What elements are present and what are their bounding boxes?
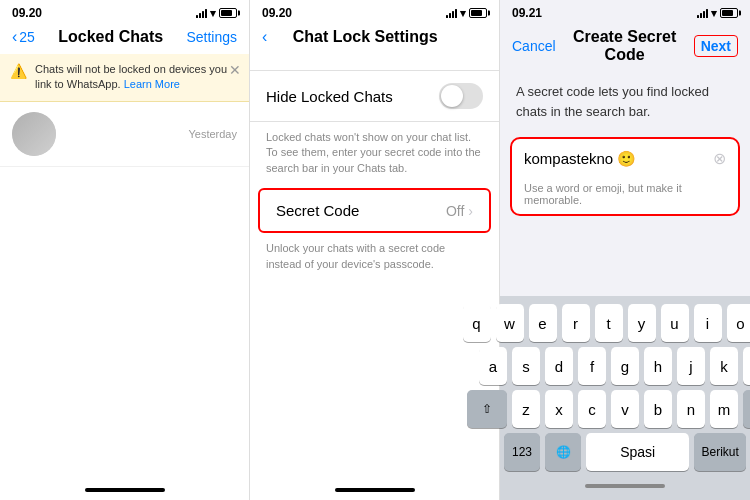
warning-icon: ⚠️ xyxy=(10,63,27,79)
secret-code-off: Off xyxy=(446,203,464,219)
key-h[interactable]: h xyxy=(644,347,672,385)
home-bar-3 xyxy=(504,476,746,496)
key-f[interactable]: f xyxy=(578,347,606,385)
hide-locked-chats-section: Hide Locked Chats Locked chats won't sho… xyxy=(250,70,499,188)
key-e[interactable]: e xyxy=(529,304,557,342)
key-q[interactable]: q xyxy=(463,304,491,342)
warning-text: Chats will not be locked on devices you … xyxy=(35,62,239,93)
hide-locked-chats-row[interactable]: Hide Locked Chats xyxy=(250,70,499,122)
cancel-button[interactable]: Cancel xyxy=(512,38,556,54)
nav-bar-2: ‹ Chat Lock Settings xyxy=(250,24,499,54)
wifi-icon: ▾ xyxy=(210,7,216,20)
warning-banner: ⚠️ Chats will not be locked on devices y… xyxy=(0,54,249,102)
home-bar-2 xyxy=(250,480,499,500)
next-button[interactable]: Next xyxy=(694,35,738,57)
keyboard-row-3: ⇧ z x c v b n m ⌫ xyxy=(504,390,746,428)
key-v[interactable]: v xyxy=(611,390,639,428)
status-bar-3: 09.21 ▾ xyxy=(500,0,750,24)
key-a[interactable]: a xyxy=(479,347,507,385)
back-arrow-icon: ‹ xyxy=(12,28,17,46)
space-key[interactable]: Spasi xyxy=(586,433,689,471)
key-m[interactable]: m xyxy=(710,390,738,428)
wifi-icon-3: ▾ xyxy=(711,7,717,20)
battery-icon xyxy=(219,8,237,18)
chat-date: Yesterday xyxy=(188,128,237,140)
home-indicator-3 xyxy=(585,484,665,488)
secret-code-input-row[interactable]: kompastekno 🙂 ⊗ xyxy=(512,139,738,178)
secret-code-row[interactable]: Secret Code Off › xyxy=(258,188,491,233)
numbers-key[interactable]: 123 xyxy=(504,433,540,471)
globe-key[interactable]: 🌐 xyxy=(545,433,581,471)
panel-chat-lock-settings: 09.20 ▾ ‹ Chat Lock Settings Hide Locked… xyxy=(250,0,500,500)
key-t[interactable]: t xyxy=(595,304,623,342)
back-label-1: 25 xyxy=(19,29,35,45)
shift-key[interactable]: ⇧ xyxy=(467,390,507,428)
secret-code-input-section: kompastekno 🙂 ⊗ Use a word or emoji, but… xyxy=(510,137,740,216)
key-y[interactable]: y xyxy=(628,304,656,342)
chevron-right-icon: › xyxy=(468,203,473,219)
status-bar-1: 09.20 ▾ xyxy=(0,0,249,24)
key-n[interactable]: n xyxy=(677,390,705,428)
key-b[interactable]: b xyxy=(644,390,672,428)
panel-locked-chats: 09.20 ▾ ‹ 25 Locked Chats Settings ⚠️ Ch… xyxy=(0,0,250,500)
wifi-icon-2: ▾ xyxy=(460,7,466,20)
hide-locked-chats-desc: Locked chats won't show on your chat lis… xyxy=(250,122,499,188)
toggle-knob xyxy=(441,85,463,107)
key-k[interactable]: k xyxy=(710,347,738,385)
status-icons-3: ▾ xyxy=(697,7,738,20)
nav-title-2: Chat Lock Settings xyxy=(267,28,463,46)
settings-button[interactable]: Settings xyxy=(186,29,237,45)
key-d[interactable]: d xyxy=(545,347,573,385)
create-description: A secret code lets you find locked chats… xyxy=(500,72,750,129)
nav-title-3: Create Secret Code xyxy=(556,28,694,64)
secret-code-value: Off › xyxy=(446,203,473,219)
done-key[interactable]: Berikut xyxy=(694,433,746,471)
secret-code-label: Secret Code xyxy=(276,202,359,219)
key-x[interactable]: x xyxy=(545,390,573,428)
status-time-1: 09.20 xyxy=(12,6,42,20)
key-l[interactable]: l xyxy=(743,347,750,385)
signal-icon-3 xyxy=(697,8,708,18)
nav-bar-1: ‹ 25 Locked Chats Settings xyxy=(0,24,249,54)
status-icons-2: ▾ xyxy=(446,7,487,20)
avatar xyxy=(12,112,56,156)
status-bar-2: 09.20 ▾ xyxy=(250,0,499,24)
key-o[interactable]: o xyxy=(727,304,751,342)
close-icon[interactable]: ✕ xyxy=(229,62,241,78)
signal-icon-2 xyxy=(446,8,457,18)
status-time-3: 09.21 xyxy=(512,6,542,20)
status-icons-1: ▾ xyxy=(196,7,237,20)
learn-more-link[interactable]: Learn More xyxy=(124,78,180,90)
delete-key[interactable]: ⌫ xyxy=(743,390,750,428)
key-i[interactable]: i xyxy=(694,304,722,342)
panel-create-secret-code: 09.21 ▾ Cancel Create Secret Code Next A… xyxy=(500,0,750,500)
keyboard-row-2: a s d f g h j k l xyxy=(504,347,746,385)
key-w[interactable]: w xyxy=(496,304,524,342)
hide-locked-chats-toggle[interactable] xyxy=(439,83,483,109)
key-g[interactable]: g xyxy=(611,347,639,385)
key-j[interactable]: j xyxy=(677,347,705,385)
nav-bar-3: Cancel Create Secret Code Next xyxy=(500,24,750,72)
hide-locked-chats-label: Hide Locked Chats xyxy=(266,88,393,105)
key-c[interactable]: c xyxy=(578,390,606,428)
input-hint: Use a word or emoji, but make it memorab… xyxy=(512,178,738,214)
clear-input-button[interactable]: ⊗ xyxy=(713,149,726,168)
key-z[interactable]: z xyxy=(512,390,540,428)
secret-code-desc: Unlock your chats with a secret code ins… xyxy=(250,233,499,276)
signal-icon xyxy=(196,8,207,18)
key-s[interactable]: s xyxy=(512,347,540,385)
nav-title-1: Locked Chats xyxy=(35,28,187,46)
secret-code-input-value: kompastekno 🙂 xyxy=(524,150,713,168)
key-u[interactable]: u xyxy=(661,304,689,342)
keyboard-row-1: q w e r t y u i o p xyxy=(504,304,746,342)
chat-list-item[interactable]: Yesterday xyxy=(0,102,249,167)
home-bar-1 xyxy=(0,480,249,500)
key-r[interactable]: r xyxy=(562,304,590,342)
status-time-2: 09.20 xyxy=(262,6,292,20)
home-indicator-1 xyxy=(85,488,165,492)
battery-icon-2 xyxy=(469,8,487,18)
home-indicator-2 xyxy=(335,488,415,492)
back-button-1[interactable]: ‹ 25 xyxy=(12,28,35,46)
keyboard-row-4: 123 🌐 Spasi Berikut xyxy=(504,433,746,471)
battery-icon-3 xyxy=(720,8,738,18)
